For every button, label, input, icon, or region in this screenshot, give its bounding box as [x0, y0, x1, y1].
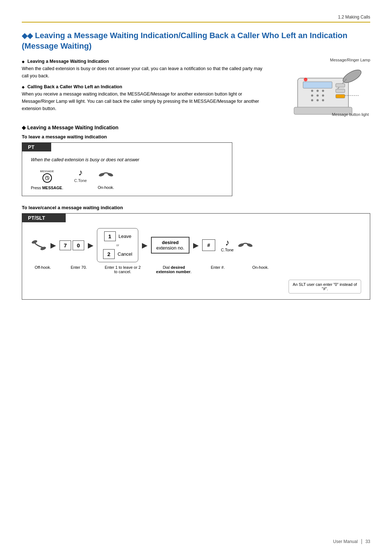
enter12-label: Enter 1 to leave or 2 to cancel.: [103, 265, 143, 274]
footer-divider: [362, 539, 362, 544]
pt-box-label: PT: [22, 143, 51, 151]
header-bar: 1.2 Making Calls: [22, 15, 370, 23]
key70-step: 7 0: [60, 240, 84, 250]
onhook-step2: [237, 239, 253, 252]
section1-procedure-header: To leave a message waiting indication: [22, 134, 370, 139]
section2-procedure-header: To leave/cancel a message waiting indica…: [22, 205, 370, 210]
pt-box: PT When the called extension is busy or …: [22, 142, 232, 196]
diagram-label2: Message button light: [332, 112, 369, 117]
onhook-icon: [98, 168, 114, 184]
intro-bullet1-text: When the called extension is busy or doe…: [22, 66, 262, 78]
section1-title: Leaving a Message Waiting Indication: [27, 125, 119, 130]
ctone-icon: ♪: [78, 168, 83, 177]
choice-key-1: 1: [104, 231, 116, 241]
desired-label: desired: [156, 240, 184, 245]
footer-page: 33: [366, 539, 370, 544]
svg-point-4: [311, 90, 313, 92]
onhook2-svg: [237, 239, 253, 252]
slt-note-container: An SLT user can enter "0" instead of "#"…: [31, 277, 361, 293]
ctone-step: ♪ C.Tone: [74, 168, 87, 183]
pt-italic-note: When the called extension is busy or doe…: [31, 157, 223, 162]
svg-rect-15: [336, 89, 345, 93]
svg-point-5: [317, 90, 319, 92]
key-0: 0: [73, 240, 84, 250]
svg-point-11: [317, 99, 319, 101]
svg-point-6: [322, 90, 324, 92]
svg-point-9: [322, 94, 324, 97]
dial-desired-bold2: extension number: [156, 270, 191, 274]
desired-ext-step: desired extension no.: [151, 237, 189, 254]
arrow3: ▶: [142, 241, 147, 250]
page-title: ◆◆ Leaving a Message Waiting Indication/…: [22, 31, 370, 51]
dial-desired-label: Dial desired extension number.: [152, 265, 196, 274]
message-circle: [42, 173, 52, 183]
offhook-label-text: Off-hook.: [34, 265, 51, 270]
section1-proc-label: To leave a message waiting indication: [22, 134, 107, 139]
page: 1.2 Making Calls ◆◆ Leaving a Message Wa…: [0, 0, 392, 555]
svg-point-7: [311, 94, 313, 97]
dial-desired-bold1: desired: [171, 265, 185, 270]
svg-point-24: [31, 240, 38, 244]
svg-point-2: [341, 68, 363, 85]
onhook-label: On-hook.: [98, 185, 114, 190]
enter12-label-text: Enter 1 to leave or 2 to cancel.: [105, 265, 140, 274]
section1-diamond: ◆: [22, 125, 27, 130]
intro-bullet1-title: Leaving a Message Waiting Indication: [27, 59, 109, 64]
arrow1: ▶: [50, 241, 56, 250]
hash-step: #: [202, 239, 215, 251]
desired-ext-box: desired extension no.: [151, 237, 189, 254]
choice-1-label: Leave: [119, 234, 131, 239]
ptslt-box-content: ▶ 7 0 ▶ 1 Leave or: [22, 222, 370, 299]
section1-header: ◆ Leaving a Message Waiting Indication: [22, 125, 370, 130]
onhook-svg: [98, 168, 114, 181]
intro-text: ◆ Leaving a Message Waiting Indication W…: [22, 58, 269, 117]
svg-point-10: [311, 99, 313, 101]
key-7: 7: [60, 240, 71, 250]
svg-point-8: [317, 94, 319, 97]
message-inner-svg: [45, 175, 50, 181]
ptslt-main-flow: ▶ 7 0 ▶ 1 Leave or: [31, 228, 361, 262]
arrow2: ▶: [88, 241, 93, 250]
intro-bullet2-title: Calling Back a Caller Who Left an Indica…: [27, 84, 122, 89]
intro-bullet2-text: When you receive a message waiting indic…: [22, 92, 259, 111]
enter-hash-label: Enter #.: [205, 265, 230, 270]
or-divider: or: [116, 243, 119, 247]
ptslt-box-label: PT/SLT: [22, 214, 66, 222]
phone-img: Message/Ringer Lamp: [276, 58, 370, 117]
hash-box: #: [202, 239, 215, 251]
svg-rect-13: [303, 82, 332, 88]
onhook2-label-text: On-hook.: [252, 265, 269, 270]
footer-label: User Manual: [333, 539, 358, 544]
onhook-step: On-hook.: [98, 168, 114, 190]
ctone-step2-label: C.Tone: [221, 248, 234, 252]
enter70-label-text: Enter 70.: [71, 265, 87, 270]
onhook2-label: On-hook.: [252, 265, 269, 270]
intro-section: ◆ Leaving a Message Waiting Indication W…: [22, 58, 370, 117]
arrow4: ▶: [193, 241, 199, 250]
enter-hash-label-text: Enter #.: [211, 265, 225, 270]
svg-point-17: [304, 78, 307, 81]
message-button-icon: MESSAGE: [39, 168, 55, 184]
choice-1-row: 1 Leave: [104, 231, 131, 241]
choice-container: 1 Leave or 2 Cancel: [97, 228, 138, 262]
choice-step: 1 Leave or 2 Cancel: [97, 228, 138, 262]
phone-diagram-container: Message/Ringer Lamp: [276, 58, 370, 117]
offhook-step: [31, 238, 47, 252]
header-section-label: 1.2 Making Calls: [338, 15, 370, 20]
svg-point-12: [322, 99, 324, 101]
offhook-label: Off-hook.: [31, 265, 55, 270]
pt-flow: MESSAGE Press MESSAGE.: [31, 168, 223, 190]
choice-2-row: 2 Cancel: [103, 249, 132, 259]
ptslt-box: PT/SLT ▶ 7 0: [22, 213, 370, 300]
bullet-diamond-2: ◆: [22, 85, 25, 89]
ctone-step2: ♪ C.Tone: [221, 238, 234, 252]
section2-proc-label: To leave/cancel a message waiting indica…: [22, 205, 123, 210]
ctone-music-icon: ♪: [225, 238, 229, 247]
labels-row: Off-hook. Enter 70. Enter 1 to leave or …: [31, 265, 361, 274]
phone-svg: [287, 64, 370, 118]
message-btn-step: MESSAGE Press MESSAGE.: [31, 168, 63, 190]
offhook-svg: [31, 238, 47, 252]
message-small-label: MESSAGE: [40, 170, 54, 173]
choice-key-2: 2: [103, 249, 115, 259]
svg-rect-14: [336, 84, 345, 87]
